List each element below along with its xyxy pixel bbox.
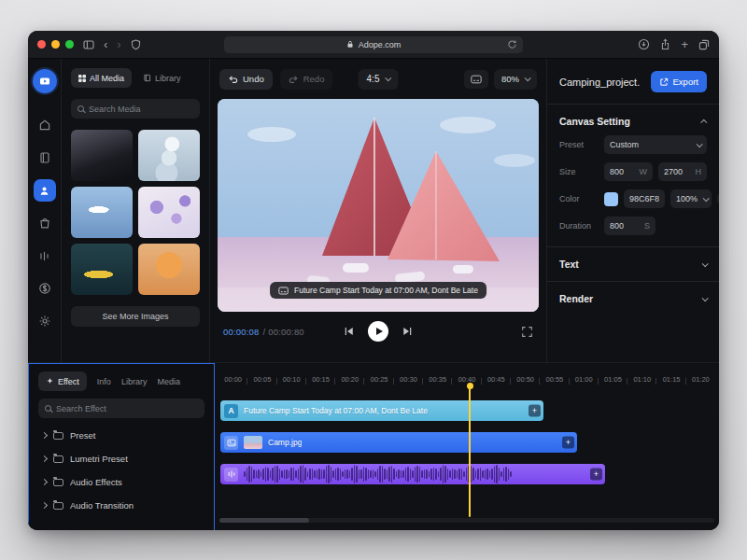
add-keyframe-icon[interactable]: + — [590, 469, 602, 481]
caption-overlay[interactable]: Future Camp Start Today at 07:00 AM, Don… — [270, 282, 486, 299]
aspect-ratio-select[interactable]: 4:5 — [359, 69, 399, 90]
effect-group-label: Preset — [70, 430, 95, 441]
effects-panel: Effect Info Library Media Preset — [28, 363, 215, 530]
tab-all-media[interactable]: All Media — [71, 68, 132, 88]
text-section-header[interactable]: Text — [559, 259, 707, 270]
settings-gear-icon[interactable] — [34, 310, 56, 332]
effect-group-lumetri-preset[interactable]: Lumetri Preset — [38, 447, 204, 470]
duration-value: 800 — [610, 221, 624, 231]
audio-mixer-icon[interactable] — [34, 245, 56, 267]
preset-select[interactable]: Custom — [604, 135, 707, 154]
text-clip[interactable]: A Future Camp Start Today at 07:00 AM, D… — [220, 400, 543, 421]
library-icon[interactable] — [34, 147, 56, 169]
book-icon — [143, 74, 151, 82]
shield-icon[interactable] — [131, 39, 141, 50]
chevron-up-icon — [700, 119, 707, 125]
profile-icon[interactable] — [34, 179, 56, 202]
image-icon — [224, 436, 238, 450]
video-clip[interactable]: Camp.jpg + — [220, 432, 577, 453]
media-thumbnail[interactable] — [138, 187, 200, 238]
search-icon — [78, 105, 84, 112]
height-field[interactable]: 2700 H — [658, 162, 707, 181]
chevron-down-icon — [702, 295, 709, 301]
media-thumbnail[interactable] — [71, 130, 133, 181]
redo-icon — [289, 75, 299, 84]
maximize-window-button[interactable] — [65, 40, 74, 49]
sidebar-toggle-icon[interactable] — [83, 39, 94, 50]
tab-effect[interactable]: Effect — [38, 371, 87, 391]
width-field[interactable]: 800 W — [604, 162, 653, 181]
color-swatch[interactable] — [604, 192, 618, 206]
tab-info[interactable]: Info — [97, 377, 111, 386]
minimize-window-button[interactable] — [51, 40, 60, 49]
effect-search[interactable] — [38, 399, 204, 418]
tab-library[interactable]: Library — [135, 68, 189, 88]
back-icon[interactable]: ‹ — [104, 38, 107, 50]
duration-field[interactable]: 800 S — [604, 217, 655, 235]
timeline-tick: 00:15 — [306, 375, 335, 384]
eyedropper-icon[interactable] — [717, 189, 719, 208]
timeline-tick: 01:00 — [570, 375, 599, 384]
media-thumbnail[interactable] — [71, 187, 133, 238]
app-logo[interactable] — [33, 69, 57, 93]
effect-group-audio-transition[interactable]: Audio Transition — [38, 494, 204, 517]
skip-forward-icon[interactable] — [402, 326, 414, 337]
tab-library[interactable]: Library — [121, 377, 148, 386]
url-text: Adope.com — [359, 40, 402, 49]
current-time: 00:00:08 — [223, 327, 260, 337]
tab-label: All Media — [90, 74, 124, 83]
timeline-tick: 00:25 — [364, 375, 393, 384]
new-tab-icon[interactable]: + — [681, 38, 688, 50]
inspector-panel: Camping_project. Export Canvas Setting P… — [546, 59, 719, 362]
fullscreen-icon[interactable] — [521, 326, 533, 338]
credits-icon[interactable] — [34, 277, 56, 300]
folder-icon — [53, 502, 63, 510]
duration-label: Duration — [559, 221, 599, 231]
media-thumbnail[interactable] — [138, 244, 200, 295]
share-icon[interactable] — [660, 38, 670, 50]
export-label: Export — [673, 77, 698, 87]
forward-icon[interactable]: › — [117, 38, 120, 50]
effect-search-input[interactable] — [56, 404, 198, 413]
timecode: 00:00:08/ 00:00:80 — [223, 327, 304, 337]
add-keyframe-icon[interactable]: + — [529, 405, 541, 417]
canvas-setting-header[interactable]: Canvas Setting — [559, 116, 707, 127]
effect-group-preset[interactable]: Preset — [38, 424, 204, 447]
playhead[interactable] — [469, 385, 471, 517]
zoom-select[interactable]: 80% — [494, 69, 537, 90]
render-section-header[interactable]: Render — [559, 293, 707, 304]
effect-group-audio-effects[interactable]: Audio Effects — [38, 470, 204, 494]
export-button[interactable]: Export — [651, 71, 707, 92]
assets-bag-icon[interactable] — [34, 212, 56, 234]
tab-media[interactable]: Media — [157, 377, 180, 386]
captions-button[interactable] — [464, 70, 488, 89]
download-icon[interactable] — [638, 38, 650, 50]
skip-back-icon[interactable] — [343, 326, 355, 337]
close-window-button[interactable] — [37, 40, 46, 49]
timeline-tick: 01:05 — [599, 375, 627, 384]
home-icon[interactable] — [34, 114, 56, 136]
preset-value: Custom — [610, 140, 639, 149]
add-keyframe-icon[interactable]: + — [562, 437, 574, 449]
timeline-scrollbar[interactable] — [219, 518, 714, 523]
opacity-select[interactable]: 100% — [670, 189, 712, 208]
media-thumbnail[interactable] — [71, 244, 133, 295]
effect-icon — [46, 377, 54, 385]
undo-button[interactable]: Undo — [219, 69, 273, 90]
audio-clip[interactable]: + — [220, 464, 605, 484]
media-search-input[interactable] — [89, 105, 193, 114]
video-preview[interactable]: Future Camp Start Today at 07:00 AM, Don… — [218, 99, 539, 312]
scrollbar-thumb[interactable] — [219, 518, 309, 523]
play-button[interactable] — [368, 321, 388, 342]
color-hex-field[interactable]: 98C6F8 — [624, 189, 665, 208]
tabs-overview-icon[interactable] — [698, 39, 710, 50]
project-title: Camping_project. — [559, 77, 640, 88]
see-more-images-button[interactable]: See More Images — [71, 306, 200, 327]
app-window: ‹ › Adope.com + — [28, 31, 719, 530]
timeline-tick: 00:35 — [423, 375, 452, 384]
address-bar[interactable]: Adope.com — [224, 36, 523, 53]
media-thumbnail[interactable] — [138, 130, 200, 181]
refresh-icon[interactable] — [507, 39, 517, 49]
redo-button[interactable]: Redo — [280, 69, 333, 90]
media-search[interactable] — [71, 99, 200, 119]
